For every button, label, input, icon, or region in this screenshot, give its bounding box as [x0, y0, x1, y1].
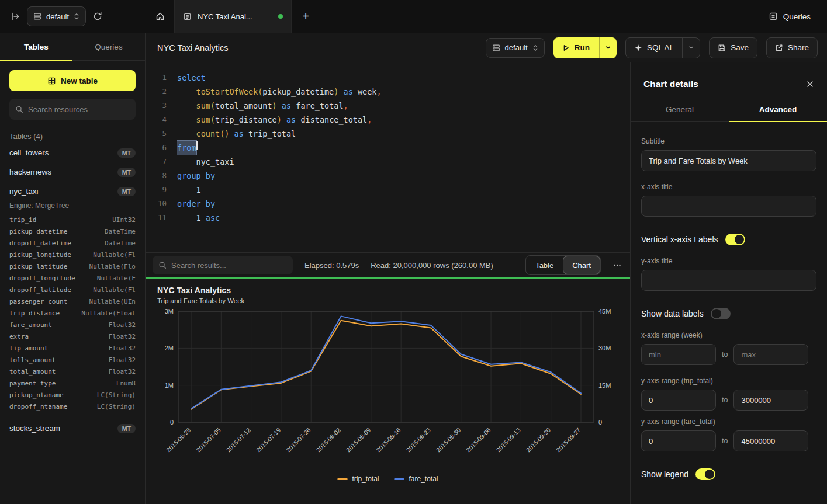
- queries-button[interactable]: Queries: [769, 0, 827, 33]
- view-toggle-chart[interactable]: Chart: [563, 256, 600, 274]
- column-name: pickup_longitude: [9, 249, 71, 261]
- sql-ai-label: SQL AI: [647, 43, 672, 52]
- to-label: to: [722, 437, 728, 445]
- code-token: [282, 113, 286, 127]
- sidebar-tab-tables[interactable]: Tables: [0, 33, 72, 60]
- results-search: [153, 256, 293, 274]
- database-selector[interactable]: default: [27, 6, 86, 26]
- unsaved-dot: [278, 14, 283, 19]
- columns-list: trip_idUInt32pickup_datetimeDateTimedrop…: [9, 214, 136, 413]
- table-row[interactable]: nyc_taxiMT: [9, 182, 136, 201]
- x-range-min-input[interactable]: [641, 344, 716, 365]
- table-name: nyc_taxi: [9, 187, 39, 196]
- code-line: 5 count() as trip_total: [146, 127, 630, 141]
- code-token: [177, 99, 196, 113]
- subtitle-input[interactable]: [641, 150, 816, 171]
- collapse-sidebar-icon[interactable]: [11, 12, 20, 21]
- y-range-fare-min-input[interactable]: [641, 430, 716, 451]
- toggle-knob: [705, 470, 714, 479]
- sparkle-icon: [634, 44, 642, 52]
- svg-text:2015-09-06: 2015-09-06: [465, 426, 492, 454]
- y-range-trip-row: to: [641, 390, 816, 411]
- new-table-button[interactable]: New table: [9, 70, 136, 91]
- svg-text:2015-08-23: 2015-08-23: [404, 426, 432, 454]
- x-axis-title-input[interactable]: [641, 196, 816, 217]
- y-range-trip-max-input[interactable]: [733, 390, 808, 411]
- line-number: 9: [146, 183, 167, 197]
- run-button[interactable]: Run: [553, 37, 617, 58]
- chart-plot[interactable]: 3M45M2M30M1M15M002015-06-282015-07-05201…: [157, 307, 618, 475]
- panel-tab-advanced[interactable]: Advanced: [729, 99, 827, 121]
- show-legend-toggle[interactable]: [695, 468, 715, 480]
- table-row[interactable]: cell_towersMT: [9, 143, 136, 162]
- column-name: pickup_datetime: [9, 226, 67, 238]
- x-range-max-input[interactable]: [733, 344, 808, 365]
- close-icon[interactable]: [806, 80, 814, 88]
- code-token: trip_distance: [215, 113, 277, 127]
- resource-search-input[interactable]: [28, 105, 130, 114]
- home-icon: [155, 12, 165, 21]
- y-range-fare-max-input[interactable]: [733, 430, 808, 451]
- y-axis-title-input[interactable]: [641, 270, 816, 291]
- column-row: pickup_datetimeDateTime: [9, 226, 136, 238]
- code-token: ,: [367, 113, 372, 127]
- more-options-icon[interactable]: [613, 260, 622, 270]
- share-button[interactable]: Share: [766, 37, 818, 58]
- line-number: 7: [146, 155, 167, 169]
- results-search-input[interactable]: [171, 261, 287, 270]
- svg-text:2015-08-09: 2015-08-09: [345, 426, 372, 454]
- column-row: payment_typeEnum8: [9, 378, 136, 390]
- sql-ai-chevron[interactable]: [682, 38, 700, 58]
- column-row: pickup_latitudeNullable(Flo: [9, 261, 136, 273]
- tab-home[interactable]: [146, 0, 175, 33]
- panel-header: Chart details: [631, 62, 827, 99]
- sql-ai-button[interactable]: SQL AI: [625, 37, 700, 58]
- column-type: Nullable(Fl: [93, 249, 136, 261]
- engine-badge: MT: [117, 148, 136, 158]
- code-token: as: [282, 99, 291, 113]
- code-token: [277, 99, 282, 113]
- code-line: 8group by: [146, 169, 630, 183]
- sidebar-tab-tables-label: Tables: [24, 43, 49, 51]
- view-toggle-table[interactable]: Table: [526, 256, 563, 274]
- legend-item[interactable]: trip_total: [337, 475, 379, 483]
- code-token: 1: [177, 211, 206, 225]
- engine-line: Engine: MergeTree: [9, 201, 136, 210]
- sidebar-tab-queries[interactable]: Queries: [72, 33, 145, 60]
- vertical-x-labels-toggle[interactable]: [725, 234, 745, 245]
- table-row[interactable]: hackernewsMT: [9, 162, 136, 182]
- legend-swatch: [394, 478, 404, 480]
- table-row[interactable]: stocks_streamMT: [9, 419, 136, 438]
- code-token: ): [277, 113, 282, 127]
- run-options-chevron[interactable]: [599, 37, 617, 58]
- show-data-labels-label: Show data labels: [641, 309, 704, 318]
- header-controls: default Run: [486, 37, 818, 58]
- code-line: 7 nyc_taxi: [146, 155, 630, 169]
- elapsed-text: Elapsed: 0.579s: [304, 261, 359, 270]
- y-range-trip-min-input[interactable]: [641, 390, 716, 411]
- svg-text:2015-07-19: 2015-07-19: [255, 426, 282, 454]
- column-type: Float32: [109, 343, 136, 354]
- line-number: 6: [146, 141, 167, 155]
- panel-tab-general[interactable]: General: [631, 99, 729, 121]
- column-type: Nullable(UIn: [89, 296, 136, 308]
- column-name: pickup_ntaname: [9, 390, 64, 401]
- sql-editor[interactable]: 1select2 toStartOfWeek(pickup_datetime) …: [146, 62, 630, 252]
- show-data-labels-toggle[interactable]: [711, 308, 731, 319]
- line-number: 8: [146, 169, 167, 183]
- column-type: Float32: [109, 319, 136, 331]
- refresh-icon[interactable]: [93, 12, 102, 21]
- query-database-selector[interactable]: default: [486, 38, 545, 58]
- svg-text:2015-09-13: 2015-09-13: [494, 426, 522, 454]
- new-tab-button[interactable]: +: [292, 0, 320, 33]
- code-token: total_amount: [215, 99, 272, 113]
- database-icon: [492, 44, 500, 52]
- editor-column: 1select2 toStartOfWeek(pickup_datetime) …: [146, 62, 630, 504]
- column-row: trip_idUInt32: [9, 214, 136, 226]
- query-doc-icon: [183, 12, 192, 21]
- svg-text:2015-06-28: 2015-06-28: [165, 426, 192, 454]
- legend-item[interactable]: fare_total: [394, 475, 438, 483]
- save-button[interactable]: Save: [709, 37, 757, 58]
- code-token: ): [334, 85, 338, 99]
- tab-query[interactable]: NYC Taxi Anal...: [175, 0, 292, 33]
